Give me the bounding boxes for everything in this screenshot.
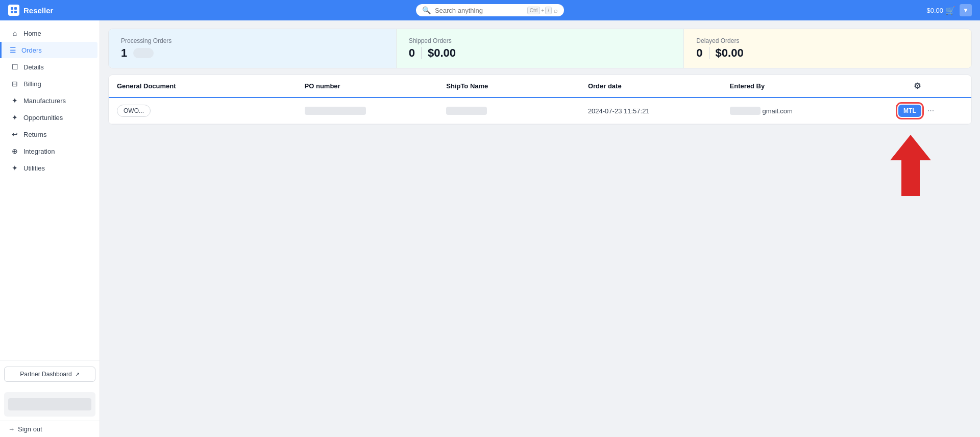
cell-entered-by: gmail.com xyxy=(730,107,868,115)
order-date-value: 2024-07-23 11:57:21 xyxy=(588,107,650,115)
sidebar-item-label: Orders xyxy=(21,46,42,54)
table-row: OWO... 2024-07-23 11:57:21 gmail.com MTL xyxy=(109,98,971,124)
col-order-date: Order date xyxy=(588,81,726,91)
svg-rect-3 xyxy=(14,11,17,13)
sidebar-item-label: Returns xyxy=(23,131,47,138)
delayed-count: 0 xyxy=(696,46,702,60)
more-icon: ··· xyxy=(927,106,934,115)
shipped-value-row: 0 $0.00 xyxy=(409,46,672,60)
user-avatar-area xyxy=(4,392,95,417)
delayed-divider xyxy=(709,47,709,59)
sidebar-nav: ⌂ Home ☰ Orders ☐ Details ⊟ Billing ✦ Ma… xyxy=(0,25,100,177)
sidebar-item-home[interactable]: ⌂ Home xyxy=(2,25,97,41)
sidebar-item-billing[interactable]: ⊟ Billing xyxy=(2,76,97,92)
sign-out-label: Sign out xyxy=(18,425,42,433)
annotation-arrow xyxy=(108,135,972,196)
sidebar-item-utilities[interactable]: ✦ Utilities xyxy=(2,160,97,176)
chevron-down-icon: ▼ xyxy=(963,7,969,14)
col-actions: ⚙ xyxy=(871,81,963,91)
sidebar: ⌂ Home ☰ Orders ☐ Details ⊟ Billing ✦ Ma… xyxy=(0,20,100,437)
sidebar-item-label: Opportunities xyxy=(23,114,63,122)
mtl-badge[interactable]: MTL xyxy=(898,105,921,117)
main-content: Processing Orders 1 Shipped Orders 0 $0.… xyxy=(100,20,980,437)
search-input[interactable] xyxy=(435,7,523,14)
manufacturers-icon: ✦ xyxy=(10,96,19,105)
shipped-label: Shipped Orders xyxy=(409,37,672,44)
integration-icon: ⊕ xyxy=(10,147,19,155)
document-badge[interactable]: OWO... xyxy=(117,105,151,117)
processing-avatar xyxy=(133,48,154,58)
logo-text: Reseller xyxy=(23,6,53,15)
cell-general-document[interactable]: OWO... xyxy=(117,105,301,117)
logo-icon xyxy=(8,5,19,16)
sidebar-item-returns[interactable]: ↩ Returns xyxy=(2,126,97,142)
svg-rect-1 xyxy=(14,7,17,10)
sidebar-item-label: Details xyxy=(23,63,44,71)
svg-rect-0 xyxy=(11,7,13,10)
processing-value-row: 1 xyxy=(121,46,384,60)
col-general-document: General Document xyxy=(117,81,301,91)
delayed-orders-card: Delayed Orders 0 $0.00 xyxy=(684,29,971,68)
orders-icon: ☰ xyxy=(8,46,17,54)
sidebar-item-label: Home xyxy=(23,30,41,37)
home-icon: ⌂ xyxy=(10,29,19,37)
top-header: Reseller 🔍 Ctrl + / ⌕ $0.00 🛒 ▼ xyxy=(0,0,980,20)
sidebar-item-label: Manufacturers xyxy=(23,97,66,105)
sidebar-item-label: Integration xyxy=(23,148,55,155)
sign-out-button[interactable]: → Sign out xyxy=(0,421,100,437)
opportunities-icon: ✦ xyxy=(10,113,19,122)
more-options-button[interactable]: ··· xyxy=(925,104,936,117)
user-avatar-placeholder xyxy=(8,398,91,410)
partner-dashboard-button[interactable]: Partner Dashboard ↗ xyxy=(4,367,95,382)
cell-po-number xyxy=(305,107,443,115)
sidebar-bottom: Partner Dashboard ↗ xyxy=(0,360,100,388)
shipped-count: 0 xyxy=(409,46,415,60)
utilities-icon: ✦ xyxy=(10,164,19,172)
sidebar-item-label: Utilities xyxy=(23,164,45,172)
sidebar-item-opportunities[interactable]: ✦ Opportunities xyxy=(2,109,97,126)
processing-label: Processing Orders xyxy=(121,37,384,44)
search-shortcut: Ctrl + / ⌕ xyxy=(527,7,558,14)
entered-by-suffix: gmail.com xyxy=(763,107,793,115)
arrow-head xyxy=(890,135,931,160)
logo: Reseller xyxy=(8,5,53,16)
processing-count: 1 xyxy=(121,46,127,60)
col-entered-by: Entered By xyxy=(730,81,868,91)
sidebar-item-details[interactable]: ☐ Details xyxy=(2,59,97,75)
billing-icon: ⊟ xyxy=(10,80,19,88)
sidebar-item-orders[interactable]: ☰ Orders xyxy=(0,42,97,58)
user-dropdown-button[interactable]: ▼ xyxy=(960,4,972,16)
sidebar-item-integration[interactable]: ⊕ Integration xyxy=(2,143,97,159)
entered-by-blurred xyxy=(730,107,761,115)
sign-out-icon: → xyxy=(8,425,15,433)
details-icon: ☐ xyxy=(10,63,19,71)
shipto-blurred xyxy=(446,107,487,115)
svg-rect-2 xyxy=(11,11,13,13)
sidebar-item-manufacturers[interactable]: ✦ Manufacturers xyxy=(2,92,97,109)
col-shipto-name: ShipTo Name xyxy=(446,81,584,91)
shipped-amount: $0.00 xyxy=(428,46,456,60)
stats-row: Processing Orders 1 Shipped Orders 0 $0.… xyxy=(108,29,972,68)
cart-icon: 🛒 xyxy=(945,6,955,15)
col-po-number: PO number xyxy=(305,81,443,91)
cart-amount: $0.00 xyxy=(926,7,943,14)
processing-orders-card: Processing Orders 1 xyxy=(109,29,397,68)
cart-button[interactable]: $0.00 🛒 xyxy=(926,6,955,15)
search-bar[interactable]: 🔍 Ctrl + / ⌕ xyxy=(416,4,564,16)
cell-actions: MTL ··· xyxy=(871,104,963,117)
returns-icon: ↩ xyxy=(10,130,19,138)
arrow-shaft xyxy=(901,160,920,196)
red-up-arrow xyxy=(890,135,931,196)
external-link-icon: ↗ xyxy=(75,371,80,378)
po-number-blurred xyxy=(305,107,366,115)
delayed-label: Delayed Orders xyxy=(696,37,959,44)
table-header: General Document PO number ShipTo Name O… xyxy=(109,75,971,98)
delayed-value-row: 0 $0.00 xyxy=(696,46,959,60)
filter-icon: ⚙ xyxy=(914,81,921,91)
cell-order-date: 2024-07-23 11:57:21 xyxy=(588,107,726,115)
search-icon: 🔍 xyxy=(422,6,431,14)
cell-shipto-name xyxy=(446,107,584,115)
shipped-orders-card: Shipped Orders 0 $0.00 xyxy=(397,29,684,68)
shipped-divider xyxy=(421,47,422,59)
delayed-amount: $0.00 xyxy=(716,46,744,60)
